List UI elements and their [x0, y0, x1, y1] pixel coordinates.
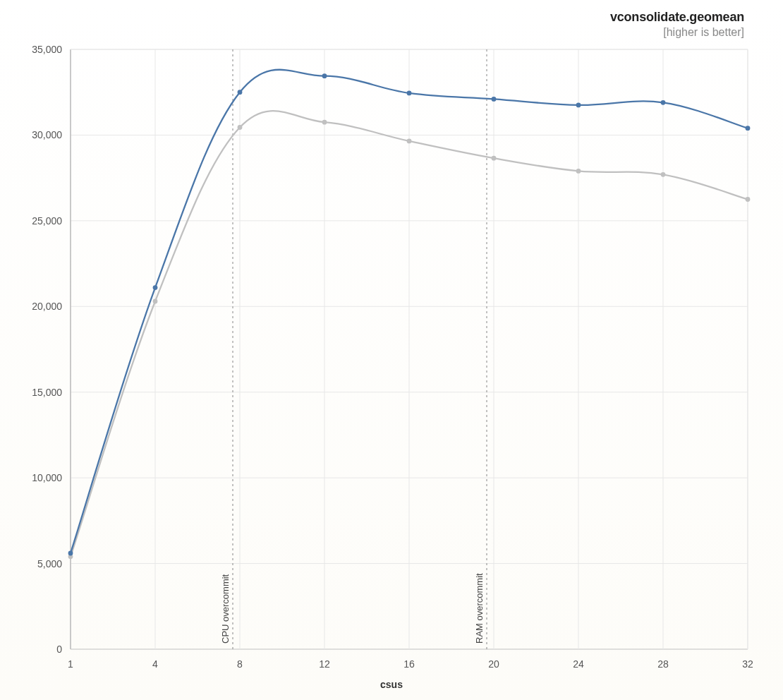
x-tick-label: 8: [237, 658, 243, 670]
y-tick-label: 5,000: [37, 558, 62, 569]
annotation-label: RAM overcommit: [474, 573, 485, 644]
y-tick-label: 10,000: [32, 472, 62, 483]
series-blue-point: [746, 126, 751, 131]
x-tick-label: 32: [742, 658, 753, 670]
series-gray-point: [746, 197, 751, 202]
x-tick-label: 16: [403, 658, 415, 670]
y-tick-label: 20,000: [32, 301, 62, 312]
series-gray-point: [238, 125, 243, 130]
series-gray-point: [153, 299, 158, 304]
x-tick-label: 1: [68, 658, 73, 670]
series-blue-point: [153, 285, 158, 290]
y-tick-label: 30,000: [32, 129, 62, 140]
series-gray-point: [322, 120, 327, 125]
series-blue-point: [492, 97, 497, 102]
series-blue-point: [68, 551, 73, 556]
annotation-label: CPU overcommit: [220, 574, 231, 644]
x-tick-label: 12: [319, 658, 330, 670]
series-blue-point: [576, 103, 581, 108]
x-tick-label: 20: [488, 658, 499, 670]
chart-svg: 05,00010,00015,00020,00025,00030,00035,0…: [0, 0, 783, 700]
x-tick-label: 4: [152, 658, 158, 670]
y-tick-label: 0: [56, 644, 62, 655]
y-tick-label: 35,000: [32, 44, 62, 55]
chart-container: vconsolidate.geomean [higher is better] …: [0, 0, 783, 700]
series-blue-point: [322, 73, 327, 78]
series-gray-point: [407, 139, 412, 144]
x-tick-label: 28: [657, 658, 669, 670]
y-tick-label: 15,000: [32, 387, 62, 398]
series-blue-point: [407, 91, 412, 96]
x-tick-label: 24: [573, 658, 584, 670]
x-axis-label: csus: [0, 679, 783, 690]
series-blue-point: [238, 90, 243, 95]
series-gray-point: [492, 156, 497, 161]
series-blue-point: [661, 100, 666, 105]
y-tick-label: 25,000: [32, 215, 62, 227]
series-gray-point: [576, 169, 581, 174]
series-gray-point: [661, 172, 666, 177]
